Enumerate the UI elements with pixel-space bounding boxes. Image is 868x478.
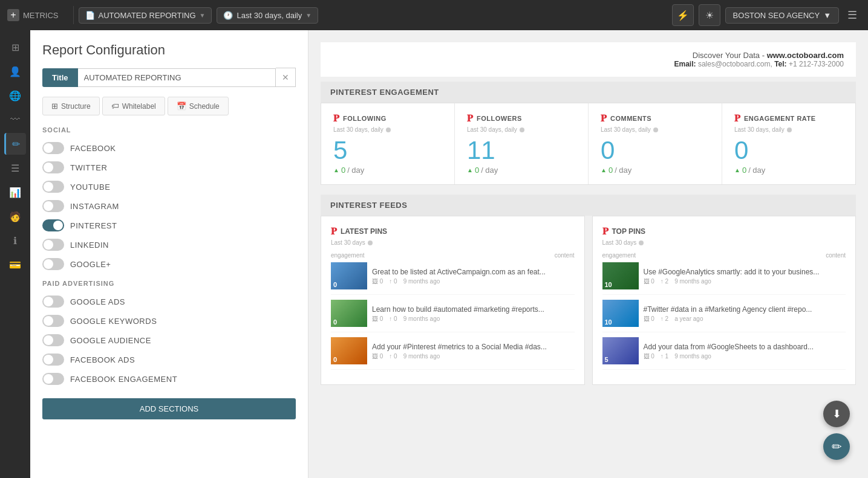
title-label: Title [42,68,78,87]
sidebar-item-person[interactable]: 🧑 [4,205,26,227]
toggle-google-audience: GOOGLE AUDIENCE [42,331,296,350]
latest-pin-item-1: 0 Great to be listed at ActiveCampaign.c… [331,262,575,295]
metric-comments: 𝐏 COMMENTS Last 30 days, daily 0 ▲ 0 / d… [589,103,722,184]
download-fab[interactable]: ⬇ [823,401,850,427]
top-pin-meta-3: 🖼 0 ↑ 1 9 months ago [644,353,814,360]
metric-comments-header: 𝐏 COMMENTS [601,113,710,124]
top-pins-header: 𝐏 TOP PINS [602,226,846,237]
metric-engagement-delta: ▲ 0 / day [734,166,843,175]
tab-whitelabel[interactable]: 🏷 Whitelabel [102,97,165,115]
top-pin-info-2: #Twitter #data in a #Marketing Agency cl… [644,305,812,322]
pinterest-engagement-title: PINTEREST ENGAGEMENT [321,82,856,103]
tpin3-likes: 🖼 0 [644,353,654,360]
top-pin-item-3: 5 Add your data from #GoogleSheets to a … [602,337,846,370]
latest-pin-text-2: Learn how to build #automated #marketing… [372,305,544,314]
toggle-facebook-engagement-switch[interactable] [42,373,64,385]
pinterest-p-top: 𝐏 [602,226,609,237]
metric-comments-name: COMMENTS [610,115,651,122]
pin2-likes: 🖼 0 [372,315,383,322]
toggle-twitter-switch[interactable] [42,161,64,173]
top-pin-item-2: 10 #Twitter #data in a #Marketing Agency… [602,300,846,332]
sidebar-item-dashboard[interactable]: ⊞ [4,36,26,58]
brand-label: METRICS [23,11,59,20]
tpin1-time: 9 months ago [674,278,711,285]
toggle-google-ads-switch[interactable] [42,296,64,308]
latest-pin-num-1: 0 [333,281,337,288]
paid-section-header: PAID ADVERTISING [42,280,296,287]
top-pin-meta-2: 🖼 0 ↑ 2 a year ago [644,315,812,322]
title-clear-btn[interactable]: ✕ [276,68,296,87]
report-selector[interactable]: 📄 AUTOMATED REPORTING ▼ [79,7,212,24]
report-email: sales@octoboard.com, [698,60,774,68]
pinterest-p-icon: 𝐏 [333,113,339,124]
sidebar-item-billing[interactable]: 💳 [4,254,26,276]
toggle-instagram-switch[interactable] [42,200,64,212]
tab-schedule[interactable]: 📅 Schedule [168,97,229,115]
edit-fab[interactable]: ✏ [823,433,850,460]
metric-followers-value: 11 [467,138,576,163]
email-label: Email: [674,60,696,68]
sidebar-item-globe[interactable]: 🌐 [4,85,26,106]
report-title-text: Discover Your Data - [693,51,767,60]
latest-pin-num-3: 0 [333,356,337,363]
tab-structure[interactable]: ⊞ Structure [42,97,100,115]
report-contact: Email: sales@octoboard.com, Tel: +1 212-… [333,60,844,68]
top-col-engagement: engagement [602,252,636,259]
date-range-selector[interactable]: 🕐 Last 30 days, daily ▼ [217,7,318,24]
sidebar-item-info[interactable]: ℹ [4,230,26,251]
pinterest-p-icon4: 𝐏 [734,113,740,124]
metrics-row: 𝐏 FOLLOWING Last 30 days, daily 5 ▲ 0 / … [321,103,856,185]
top-pins-title: TOP PINS [612,227,646,236]
sun-icon-btn[interactable]: ☀ [699,4,720,26]
metric-following-name: FOLLOWING [343,115,387,122]
top-pin-info-3: Add your data from #GoogleSheets to a da… [644,343,814,360]
report-header: Discover Your Data - www.octoboard.com E… [321,42,856,77]
agency-selector[interactable]: BOSTON SEO AGENCY ▼ [725,7,839,24]
toggle-linkedin-switch[interactable] [42,239,64,251]
toggle-googleplus-switch[interactable] [42,258,64,270]
add-sections-button[interactable]: ADD SECTIONS [42,398,296,419]
pinterest-feeds-section: PINTEREST FEEDS 𝐏 LATEST PINS Last 30 da… [321,195,856,385]
sidebar-item-analytics[interactable]: 〰 [4,109,26,131]
latest-pins-table-header: engagement content [331,252,575,259]
toggle-googleplus-label: GOOGLE+ [70,260,111,269]
sidebar-item-list[interactable]: ☰ [4,157,26,179]
toggle-facebook-ads-switch[interactable] [42,354,64,366]
tpin2-repins: ↑ 2 [661,315,668,322]
latest-pins-block: 𝐏 LATEST PINS Last 30 days engagement co… [321,216,585,385]
toggle-google-keywords-switch[interactable] [42,315,64,327]
schedule-icon: 📅 [177,102,186,111]
toggle-youtube-switch[interactable] [42,181,64,193]
sidebar-item-edit[interactable]: ✏ [4,133,26,155]
metric-engagement-header: 𝐏 ENGAGEMENT RATE [734,113,843,124]
toggle-google-ads-label: GOOGLE ADS [70,297,125,306]
latest-col-content: content [555,252,575,259]
top-pin-item-1: 10 Use #GoogleAnalytics smartly: add it … [602,262,846,295]
latest-col-engagement: engagement [331,252,365,259]
pin3-repins: ↑ 0 [389,353,397,360]
toggle-facebook-label: FACEBOOK [70,144,116,153]
plus-icon: + [7,9,19,21]
toggle-facebook-switch[interactable] [42,142,64,154]
doc-icon: 📄 [85,11,95,20]
top-pin-num-3: 5 [605,356,609,363]
top-pin-thumb-3: 5 [602,337,639,364]
tel-label: Tel: [774,60,786,68]
hamburger-menu[interactable]: ☰ [844,8,861,22]
top-col-content: content [826,252,846,259]
latest-pin-text-3: Add your #Pinterest #metrics to a Social… [372,343,547,351]
sidebar-item-users[interactable]: 👤 [4,60,26,82]
tpin3-time: 9 months ago [674,353,711,360]
delta-unit-comments: / day [615,166,631,175]
pinterest-p-icon3: 𝐏 [601,113,607,124]
sidebar-item-chart[interactable]: 📊 [4,181,26,203]
toggle-pinterest-switch[interactable] [42,219,64,231]
title-input[interactable] [78,68,276,87]
top-pins-table-header: engagement content [602,252,846,259]
toggle-google-audience-switch[interactable] [42,334,64,346]
toggle-googleplus: GOOGLE+ [42,254,296,274]
lightning-icon-btn[interactable]: ⚡ [672,4,694,26]
delta-unit-following: / day [347,166,364,175]
metric-engagement-rate: 𝐏 ENGAGEMENT RATE Last 30 days, daily 0 … [722,103,855,184]
latest-pin-item-2: 0 Learn how to build #automated #marketi… [331,300,575,332]
